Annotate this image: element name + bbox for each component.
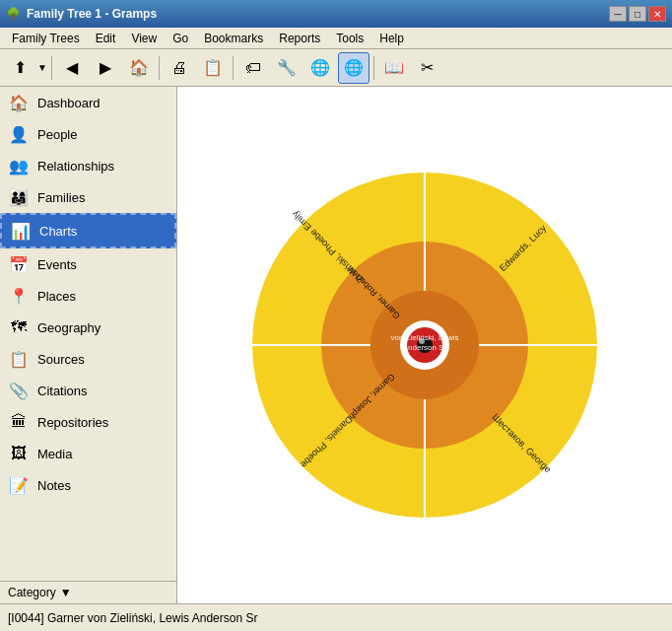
sidebar-label-sources: Sources	[37, 352, 85, 367]
menu-view[interactable]: View	[123, 30, 165, 47]
toolbar-separator-4	[373, 56, 374, 80]
sidebar-label-citations: Citations	[37, 384, 88, 398]
sidebar-label-families: Families	[37, 190, 85, 205]
toolbar-separator-2	[159, 56, 160, 80]
window-controls: ─ □ ✕	[609, 6, 666, 22]
fan-chart[interactable]: Edwards, Lucy Шестаков, George Zieliński…	[237, 128, 612, 562]
toolbar-forward-button[interactable]: ▶	[90, 52, 121, 84]
sidebar-item-families[interactable]: 👨‍👩‍👧 Families	[0, 181, 176, 213]
minimize-button[interactable]: ─	[609, 6, 627, 22]
charts-icon: 📊	[10, 220, 32, 242]
toolbar-go-button[interactable]: ⬆	[4, 52, 35, 84]
menu-go[interactable]: Go	[165, 30, 196, 47]
text-center-1: von Zieliński, Lewis	[391, 333, 459, 342]
citations-icon: 📎	[8, 380, 30, 401]
category-arrow: ▼	[60, 586, 72, 599]
menu-family-trees[interactable]: Family Trees	[4, 30, 88, 47]
sidebar-item-sources[interactable]: 📋 Sources	[0, 343, 176, 375]
close-button[interactable]: ✕	[648, 6, 666, 22]
toolbar-separator-1	[51, 56, 52, 80]
relationships-icon: 👥	[8, 155, 30, 176]
toolbar-tag-button[interactable]: 🏷	[237, 52, 269, 84]
content-area: Edwards, Lucy Шестаков, George Zieliński…	[177, 87, 672, 603]
menu-tools[interactable]: Tools	[328, 30, 371, 47]
sidebar: 🏠 Dashboard 👤 People 👥 Relationships 👨‍👩…	[0, 87, 177, 603]
sidebar-label-charts: Charts	[39, 224, 77, 239]
dashboard-icon: 🏠	[8, 92, 30, 113]
sidebar-item-citations[interactable]: 📎 Citations	[0, 375, 176, 406]
sidebar-label-relationships: Relationships	[37, 159, 114, 174]
sidebar-label-dashboard: Dashboard	[37, 96, 101, 110]
app-icon: 🌳	[6, 7, 21, 21]
families-icon: 👨‍👩‍👧	[8, 186, 30, 208]
sidebar-item-charts[interactable]: 📊 Charts	[0, 213, 176, 248]
menu-help[interactable]: Help	[371, 30, 412, 47]
sidebar-item-people[interactable]: 👤 People	[0, 118, 176, 150]
toolbar-clipboard-button[interactable]: 📋	[197, 52, 229, 84]
sidebar-item-media[interactable]: 🖼 Media	[0, 438, 176, 469]
titlebar-title-area: 🌳 Family Tree 1 - Gramps	[6, 7, 157, 21]
sources-icon: 📋	[8, 348, 30, 370]
toolbar-print-button[interactable]: 🖨	[164, 52, 195, 84]
main-area: 🏠 Dashboard 👤 People 👥 Relationships 👨‍👩…	[0, 87, 672, 603]
toolbar-go-dropdown[interactable]: ▼	[37, 62, 47, 73]
sidebar-label-geography: Geography	[37, 320, 101, 335]
menu-reports[interactable]: Reports	[271, 30, 328, 47]
sidebar-label-notes: Notes	[37, 478, 71, 493]
toolbar-filter-button[interactable]: 🔧	[271, 52, 302, 84]
toolbar-separator-3	[233, 56, 234, 80]
menu-bookmarks[interactable]: Bookmarks	[196, 30, 271, 47]
toolbar-active-button[interactable]: 🌐	[338, 52, 370, 84]
titlebar: 🌳 Family Tree 1 - Gramps ─ □ ✕	[0, 0, 672, 28]
sidebar-label-events: Events	[37, 257, 77, 272]
places-icon: 📍	[8, 285, 30, 307]
toolbar-scissors-button[interactable]: ✂	[412, 52, 443, 84]
sidebar-item-geography[interactable]: 🗺 Geography	[0, 312, 176, 343]
notes-icon: 📝	[8, 474, 30, 496]
toolbar-home-button[interactable]: 🏠	[123, 52, 155, 84]
menubar: Family Trees Edit View Go Bookmarks Repo…	[0, 28, 672, 49]
window-title: Family Tree 1 - Gramps	[27, 7, 157, 21]
sidebar-item-dashboard[interactable]: 🏠 Dashboard	[0, 87, 176, 118]
sidebar-label-places: Places	[37, 289, 76, 304]
toolbar: ⬆ ▼ ◀ ▶ 🏠 🖨 📋 🏷 🔧 🌐 🌐 📖 ✂	[0, 49, 672, 87]
toolbar-back-button[interactable]: ◀	[56, 52, 88, 84]
geography-icon: 🗺	[8, 316, 30, 338]
toolbar-globe-button[interactable]: 🌐	[304, 52, 336, 84]
toolbar-book-button[interactable]: 📖	[378, 52, 410, 84]
fan-chart-svg: Edwards, Lucy Шестаков, George Zieliński…	[247, 158, 602, 532]
events-icon: 📅	[8, 253, 30, 275]
category-bar[interactable]: Category ▼	[0, 581, 176, 603]
sidebar-item-places[interactable]: 📍 Places	[0, 280, 176, 312]
sidebar-item-notes[interactable]: 📝 Notes	[0, 469, 176, 501]
repositories-icon: 🏛	[8, 411, 30, 433]
sidebar-label-repositories: Repositories	[37, 415, 108, 430]
sidebar-label-people: People	[37, 127, 77, 142]
category-label: Category	[8, 586, 56, 599]
text-center-2: Anderson Sr	[403, 343, 447, 352]
sidebar-item-relationships[interactable]: 👥 Relationships	[0, 150, 176, 181]
sidebar-item-events[interactable]: 📅 Events	[0, 248, 176, 280]
people-icon: 👤	[8, 123, 30, 145]
status-text: [I0044] Garner von Zieliński, Lewis Ande…	[8, 611, 257, 625]
maximize-button[interactable]: □	[629, 6, 646, 22]
menu-edit[interactable]: Edit	[88, 30, 124, 47]
media-icon: 🖼	[8, 443, 30, 464]
sidebar-item-repositories[interactable]: 🏛 Repositories	[0, 406, 176, 438]
statusbar: [I0044] Garner von Zieliński, Lewis Ande…	[0, 603, 672, 631]
sidebar-label-media: Media	[37, 447, 72, 461]
